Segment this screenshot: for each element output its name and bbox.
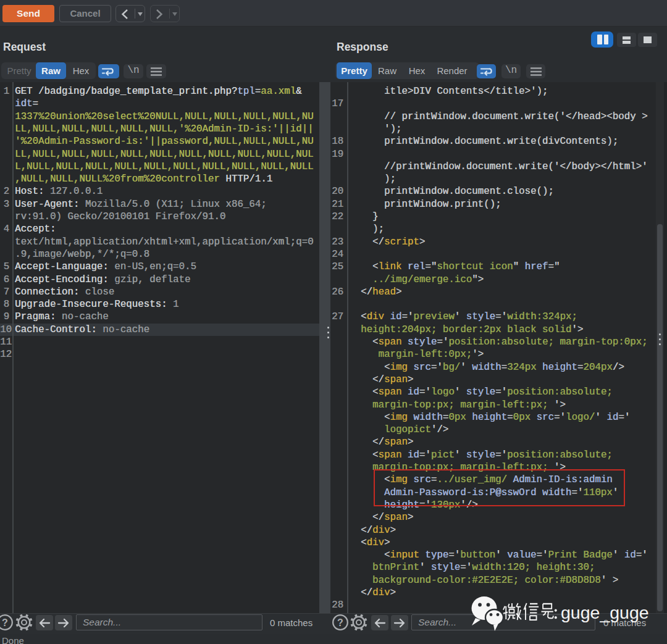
svg-text:?: ?	[337, 617, 343, 628]
svg-text:?: ?	[2, 617, 8, 628]
